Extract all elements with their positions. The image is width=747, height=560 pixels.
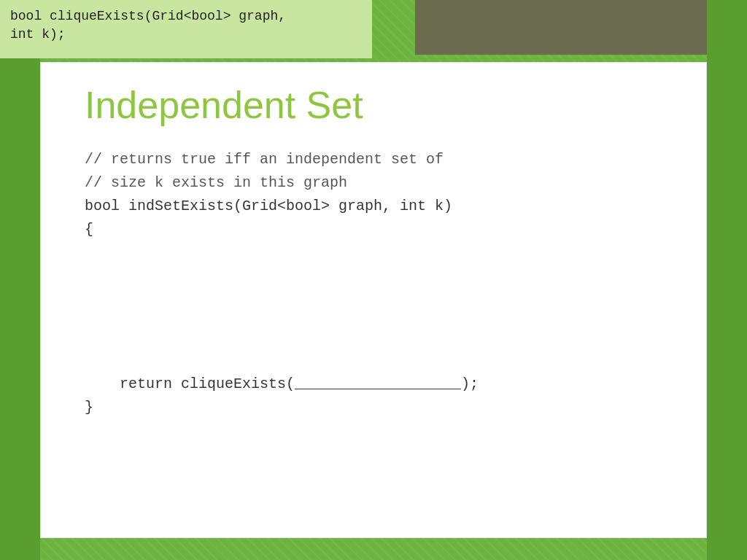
slide-code-block: // returns true iff an independent set o… bbox=[85, 148, 673, 419]
open-brace: { bbox=[85, 218, 673, 241]
slide-title: Independent Set bbox=[85, 85, 673, 126]
close-brace: } bbox=[85, 396, 673, 419]
main-slide: Independent Set // returns true iff an i… bbox=[40, 62, 707, 538]
top-code-block: bool cliqueExists(Grid<bool> graph, int … bbox=[0, 0, 372, 58]
top-code-line1: bool cliqueExists(Grid<bool> graph, bbox=[10, 9, 286, 23]
comment-line-2: // size k exists in this graph bbox=[85, 171, 673, 195]
function-signature: bool indSetExists(Grid<bool> graph, int … bbox=[85, 195, 673, 218]
return-line: return cliqueExists(___________________)… bbox=[85, 373, 673, 396]
top-right-decoration bbox=[415, 0, 707, 55]
top-code-line2: int k); bbox=[10, 27, 66, 42]
bg-right-stripe bbox=[707, 0, 747, 560]
bg-left-stripe bbox=[0, 0, 40, 560]
comment-line-1: // returns true iff an independent set o… bbox=[85, 148, 673, 171]
